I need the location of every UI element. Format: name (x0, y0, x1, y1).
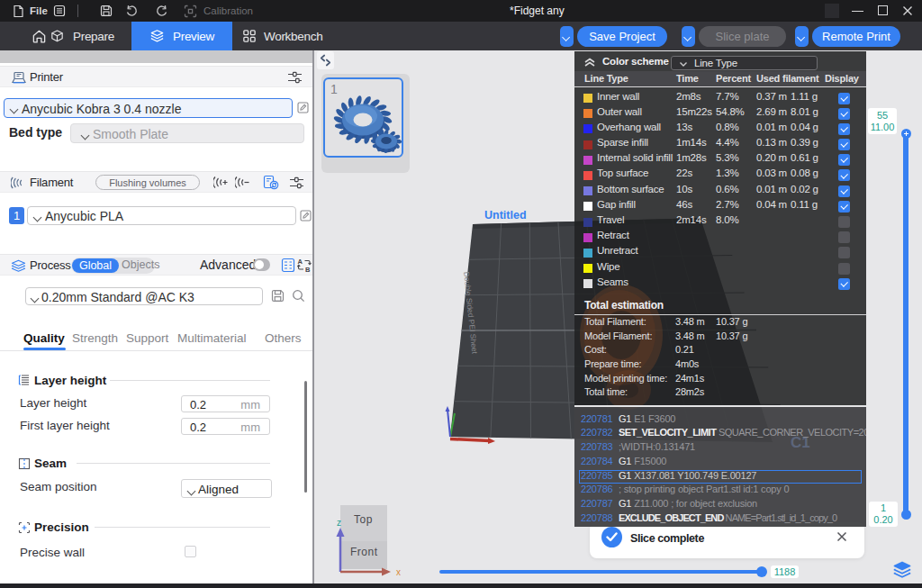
svg-text:B: B (305, 266, 311, 273)
svg-text:x: x (396, 567, 401, 577)
svg-text:z: z (337, 518, 341, 528)
svg-text:A: A (298, 258, 303, 266)
